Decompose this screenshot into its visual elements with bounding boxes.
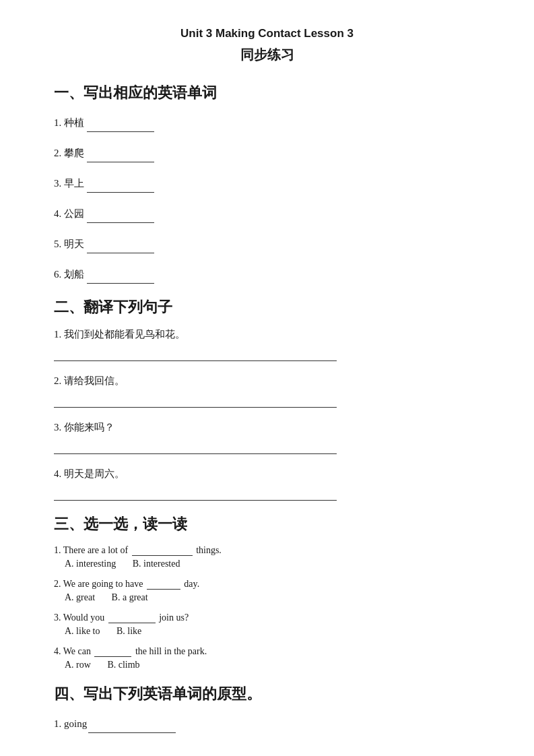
item-num: 6. 划船 bbox=[54, 269, 84, 280]
answer-line bbox=[54, 346, 337, 361]
answer-line bbox=[54, 486, 337, 501]
section4: 四、写出下列英语单词的原型。 1. going bbox=[54, 684, 480, 733]
list-item: 2. We are going to have day. bbox=[54, 579, 480, 590]
answer-blank bbox=[87, 162, 154, 162]
item-num: 2. 攀爬 bbox=[54, 148, 84, 158]
list-item: 1. going bbox=[54, 715, 480, 733]
section3: 三、选一选，读一读 1. There are a lot of things. … bbox=[54, 514, 480, 670]
choice-options: A. row B. climb bbox=[54, 660, 480, 670]
page-subtitle: 同步练习 bbox=[54, 46, 480, 64]
list-item: 4. 公园 bbox=[54, 205, 480, 223]
list-item: 3. Would you join us? bbox=[54, 612, 480, 623]
answer-blank bbox=[87, 192, 154, 193]
answer-blank bbox=[87, 131, 154, 132]
answer-blank bbox=[108, 623, 156, 623]
translate-question: 4. 明天是周六。 bbox=[54, 468, 480, 480]
section1-title: 一、写出相应的英语单词 bbox=[54, 83, 480, 103]
answer-blank bbox=[87, 283, 154, 284]
section2: 二、翻译下列句子 1. 我们到处都能看见鸟和花。 2. 请给我回信。 3. 你能… bbox=[54, 297, 480, 501]
answer-blank bbox=[87, 222, 154, 223]
choice-options: A. like to B. like bbox=[54, 626, 480, 637]
answer-blank bbox=[147, 589, 180, 590]
translate-question: 1. 我们到处都能看见鸟和花。 bbox=[54, 328, 480, 341]
section4-title: 四、写出下列英语单词的原型。 bbox=[54, 684, 480, 704]
section2-title: 二、翻译下列句子 bbox=[54, 297, 480, 317]
list-item: 6. 划船 bbox=[54, 265, 480, 284]
list-item: 1. 我们到处都能看见鸟和花。 bbox=[54, 328, 480, 361]
translate-question: 3. 你能来吗？ bbox=[54, 421, 480, 434]
list-item: 5. 明天 bbox=[54, 235, 480, 253]
list-item: 2. 请给我回信。 bbox=[54, 375, 480, 408]
sync-title: 同步练习 bbox=[54, 46, 480, 64]
answer-blank bbox=[132, 555, 193, 556]
list-item: 2. 攀爬 bbox=[54, 144, 480, 162]
page-header: Unit 3 Making Contact Lesson 3 bbox=[54, 27, 480, 40]
unit-title: Unit 3 Making Contact Lesson 3 bbox=[54, 27, 480, 40]
list-item: 3. 早上 bbox=[54, 175, 480, 193]
list-item: 3. 你能来吗？ bbox=[54, 421, 480, 454]
list-item: 1. 种植 bbox=[54, 114, 480, 132]
list-item: 1. There are a lot of things. bbox=[54, 545, 480, 556]
item-num: 1. 种植 bbox=[54, 117, 84, 128]
list-item: 4. We can the hill in the park. bbox=[54, 646, 480, 657]
choice-options: A. great B. a great bbox=[54, 592, 480, 603]
answer-blank bbox=[88, 732, 176, 733]
choice-options: A. interesting B. interested bbox=[54, 559, 480, 569]
answer-blank bbox=[87, 253, 154, 253]
answer-line bbox=[54, 393, 337, 408]
item-num: 1. going bbox=[54, 718, 87, 729]
section1: 一、写出相应的英语单词 1. 种植 2. 攀爬 3. 早上 4. 公园 5. 明… bbox=[54, 83, 480, 284]
section3-title: 三、选一选，读一读 bbox=[54, 514, 480, 534]
item-num: 4. 公园 bbox=[54, 208, 84, 219]
item-num: 3. 早上 bbox=[54, 178, 84, 189]
translate-question: 2. 请给我回信。 bbox=[54, 375, 480, 387]
answer-blank bbox=[94, 656, 131, 657]
item-num: 5. 明天 bbox=[54, 239, 84, 249]
list-item: 4. 明天是周六。 bbox=[54, 468, 480, 501]
answer-line bbox=[54, 439, 337, 454]
